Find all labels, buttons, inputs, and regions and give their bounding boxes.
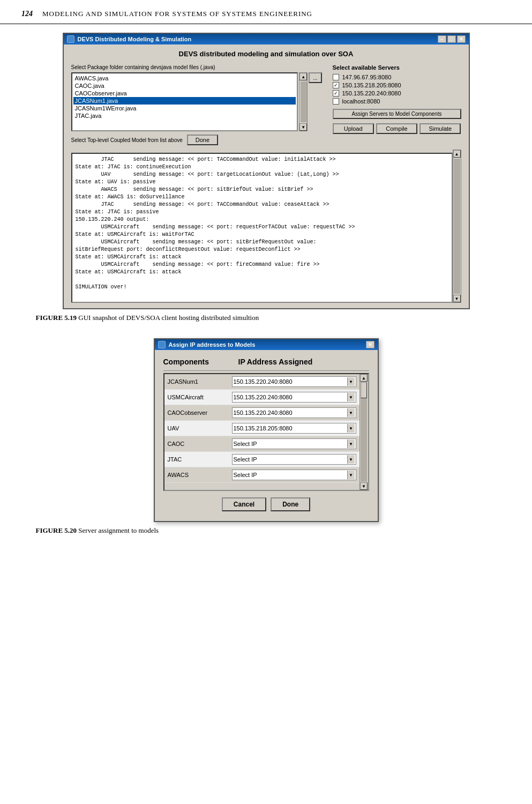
server-label-0: 147.96.67.95:8080 [342, 74, 392, 80]
ip-select-value-6: Select IP [234, 472, 347, 478]
browse-button[interactable]: ... [309, 72, 321, 83]
server-checkbox-0[interactable] [333, 74, 339, 80]
ip-select-1[interactable]: 150.135.220.240:8080 ▼ [232, 392, 356, 403]
window-title: DEVS Distributed Modeling & Simulation [78, 36, 192, 42]
console-wrapper: JTAC sending message: << port: TACComman… [71, 150, 461, 303]
ip-dropdown-arrow-3: ▼ [347, 424, 355, 433]
cancel-button[interactable]: Cancel [222, 497, 266, 511]
window-icon [67, 35, 74, 43]
ip-dropdown-arrow-2: ▼ [347, 408, 355, 417]
ip-table-inner: JCASNum1 150.135.220.240:8080 ▼ USMCAirc… [164, 374, 359, 490]
server-item-0: 147.96.67.95:8080 [333, 74, 461, 80]
window-content: DEVS distributed modeling and simulation… [64, 44, 469, 308]
ip-component-4: CAOC [168, 441, 232, 447]
ip-scroll-thumb [361, 382, 367, 398]
ip-row-6: AWACS Select IP ▼ [164, 467, 359, 483]
ip-dropdown-arrow-5: ▼ [347, 455, 355, 464]
figure-519-container: DEVS Distributed Modeling & Simulation –… [25, 33, 507, 322]
upload-button[interactable]: Upload [333, 123, 374, 134]
ip-component-0: JCASNum1 [168, 378, 232, 385]
ip-scroll-up[interactable]: ▲ [360, 374, 368, 382]
ip-component-3: UAV [168, 425, 232, 431]
server-label-2: 150.135.220.240:8080 [342, 90, 401, 96]
ip-select-5[interactable]: Select IP ▼ [232, 454, 356, 465]
file-item-caoc[interactable]: CAOC.java [73, 82, 296, 90]
ip-dialog-footer: Cancel Done [163, 497, 369, 515]
figure-520-label: FIGURE 5.20 [36, 526, 77, 534]
server-item-1: 150.135.218.205:8080 [333, 82, 461, 88]
close-button[interactable]: ✕ [457, 35, 466, 43]
assign-servers-button[interactable]: Assign Servers to Model Components [333, 109, 461, 119]
dialog-icon [158, 341, 166, 348]
server-checkbox-2[interactable] [333, 90, 339, 96]
done-button-main[interactable]: Done [187, 135, 218, 145]
scroll-track [301, 81, 307, 122]
file-list-container: AWACS.java CAOC.java CAOCobserver.java J… [71, 72, 322, 131]
ip-row-0: JCASNum1 150.135.220.240:8080 ▼ [164, 374, 359, 390]
left-panel: Select Package folder containing devsjav… [71, 64, 322, 145]
ip-select-2[interactable]: 150.135.220.240:8080 ▼ [232, 407, 356, 418]
console-scrollbar: ▲ ▼ [453, 150, 461, 303]
ip-dialog-title: Assign IP addresses to Models [169, 341, 256, 348]
window-titlebar: DEVS Distributed Modeling & Simulation –… [64, 34, 469, 44]
ip-table-wrapper: JCASNum1 150.135.220.240:8080 ▼ USMCAirc… [163, 373, 369, 491]
server-list: 147.96.67.95:8080 150.135.218.205:8080 1… [333, 74, 461, 105]
ip-select-value-1: 150.135.220.240:8080 [234, 394, 347, 400]
ip-done-button[interactable]: Done [271, 497, 310, 511]
scroll-down-arrow[interactable]: ▼ [299, 123, 307, 131]
page-title: MODELING AND SIMULATION FOR SYSTEMS OF S… [42, 10, 312, 18]
server-item-3: localhost:8080 [333, 98, 461, 105]
ip-dropdown-arrow-6: ▼ [347, 471, 355, 479]
scroll-up-arrow[interactable]: ▲ [299, 73, 307, 80]
ip-select-value-4: Select IP [234, 441, 347, 447]
console-scroll-up[interactable]: ▲ [453, 150, 461, 158]
servers-title: Select available Servers [333, 64, 461, 71]
ip-select-6[interactable]: Select IP ▼ [232, 470, 356, 480]
ip-dropdown-arrow-1: ▼ [347, 393, 355, 401]
ip-scroll-down[interactable]: ▼ [360, 482, 368, 490]
ip-select-0[interactable]: 150.135.220.240:8080 ▼ [232, 376, 356, 387]
ip-component-6: AWACS [168, 472, 232, 478]
server-checkbox-1[interactable] [333, 82, 339, 88]
main-window: DEVS Distributed Modeling & Simulation –… [63, 33, 470, 309]
file-list-scrollbar: ▲ ▼ [299, 72, 308, 131]
window-subtitle: DEVS distributed modeling and simulation… [71, 50, 461, 58]
server-item-2: 150.135.220.240:8080 [333, 90, 461, 96]
server-label-1: 150.135.218.205:8080 [342, 82, 401, 88]
ip-table-scrollbar: ▲ ▼ [359, 374, 368, 490]
minimize-button[interactable]: – [438, 35, 446, 43]
console-scroll-down[interactable]: ▼ [453, 295, 461, 302]
ip-component-2: CAOCobserver [168, 410, 232, 416]
maximize-button[interactable]: □ [447, 35, 456, 43]
ip-table-header: Components IP Address Assigned [163, 358, 369, 371]
file-item-jtac[interactable]: JTAC.java [73, 112, 296, 120]
figure-520-caption: FIGURE 5.20 Server assignment to models [25, 526, 507, 535]
ip-component-1: USMCAircraft [168, 394, 232, 400]
file-panel-label: Select Package folder containing devsjav… [71, 64, 322, 70]
file-item-caocobserver[interactable]: CAOCobserver.java [73, 90, 296, 97]
top-section: Select Package folder containing devsjav… [71, 64, 461, 145]
dialog-close-button[interactable]: ✕ [366, 341, 374, 348]
col-header-components: Components [163, 358, 238, 366]
ip-dropdown-arrow-0: ▼ [347, 377, 355, 386]
ip-select-value-3: 150.135.218.205:8080 [234, 425, 347, 431]
file-item-jcasnum1[interactable]: JCASNum1.java [73, 97, 296, 105]
ip-scroll-track [361, 382, 367, 482]
compile-button[interactable]: Compile [376, 123, 417, 134]
ip-select-3[interactable]: 150.135.218.205:8080 ▼ [232, 423, 356, 434]
file-item-jcasnum1werror[interactable]: JCASNum1WError.java [73, 105, 296, 112]
file-item-awacs[interactable]: AWACS.java [73, 75, 296, 82]
ip-dropdown-arrow-4: ▼ [347, 440, 355, 448]
simulate-button[interactable]: Simulate [419, 123, 461, 134]
page-header: 124 MODELING AND SIMULATION FOR SYSTEMS … [0, 0, 532, 24]
right-panel: Select available Servers 147.96.67.95:80… [333, 64, 461, 145]
ip-select-4[interactable]: Select IP ▼ [232, 438, 356, 449]
ip-row-5: JTAC Select IP ▼ [164, 452, 359, 467]
file-list[interactable]: AWACS.java CAOC.java CAOCobserver.java J… [71, 72, 298, 131]
dialog-controls: ✕ [366, 341, 374, 348]
ip-dialog-content: Components IP Address Assigned JCASNum1 … [155, 350, 378, 521]
bottom-left-label: Select Top-level Coupled Model from list… [71, 137, 183, 143]
server-checkbox-3[interactable] [333, 98, 339, 105]
figure-520-caption-text: Server assignment to models [78, 526, 159, 534]
ip-select-value-0: 150.135.220.240:8080 [234, 378, 347, 385]
